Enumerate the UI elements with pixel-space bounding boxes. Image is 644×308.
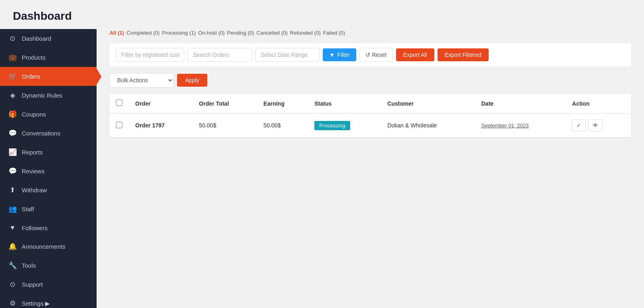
dynamic-rules-icon: ◈ (8, 91, 17, 100)
order-total: 50.00$ (199, 122, 216, 129)
apply-label: Apply (185, 77, 199, 83)
view-order-button[interactable]: 👁 (588, 119, 603, 131)
sidebar-label: Staff (22, 206, 34, 212)
order-name: Order 1797 (135, 122, 165, 129)
bulk-actions-select[interactable]: Bulk Actions (109, 73, 174, 87)
tab-failed[interactable]: Failed (0) (323, 29, 345, 37)
page-title: Dashboard (13, 10, 631, 23)
status-cell: Processing (308, 113, 381, 137)
dashboard-icon: ⊙ (8, 34, 17, 43)
action-buttons: ✓ 👁 (572, 119, 625, 131)
sidebar-item-settings[interactable]: ⚙ Settings ▶ (0, 294, 97, 308)
orders-table: Order Order Total Earning Status Custome… (109, 94, 631, 137)
reviews-icon: 💬 (8, 167, 17, 175)
row-checkbox[interactable] (116, 122, 122, 128)
bulk-actions-bar: Bulk Actions Apply (109, 73, 631, 87)
sidebar-label: Reviews (22, 168, 45, 175)
sidebar-item-products[interactable]: 💼 Products (0, 48, 97, 67)
tab-processing[interactable]: Processing (1) (162, 29, 196, 37)
sidebar-item-reviews[interactable]: 💬 Reviews (0, 162, 97, 181)
order-total-cell: 50.00$ (192, 113, 257, 137)
sidebar-item-reports[interactable]: 📈 Reports (0, 143, 97, 162)
coupons-icon: 🎁 (8, 110, 17, 119)
sidebar: ⊙ Dashboard 💼 Products 🛒 Orders ◈ Dynami… (0, 29, 97, 308)
table-header-row: Order Order Total Earning Status Custome… (109, 94, 631, 113)
filter-bar: ▼ Filter ↺ Reset Export All Export Filte… (109, 43, 631, 67)
reset-icon: ↺ (365, 52, 370, 58)
col-order: Order (129, 94, 192, 113)
filter-label: Filter (337, 52, 350, 58)
customer-cell: Dokan & Wholesale (381, 113, 475, 137)
search-orders-input[interactable] (188, 48, 252, 62)
reset-label: Reset (372, 52, 387, 58)
export-all-button[interactable]: Export All (396, 48, 434, 61)
sidebar-item-support[interactable]: ⊙ Support (0, 275, 97, 294)
row-checkbox-cell (109, 113, 129, 137)
earning-cell: 50.00$ (257, 113, 308, 137)
announcements-icon: 🔔 (8, 242, 17, 251)
sidebar-item-conversations[interactable]: 💬 Conversations (0, 124, 97, 143)
filter-icon: ▼ (329, 52, 335, 58)
apply-button[interactable]: Apply (177, 74, 207, 87)
date-cell: September 01, 2023 (475, 113, 566, 137)
reports-icon: 📈 (8, 148, 17, 156)
export-filtered-button[interactable]: Export Filtered (438, 48, 489, 61)
sidebar-label: Reports (22, 149, 43, 156)
select-all-header (109, 94, 129, 113)
date-range-input[interactable] (255, 48, 320, 62)
table-row: Order 1797 50.00$ 50.00$ Processing Doka… (109, 113, 631, 137)
orders-icon: 🛒 (8, 72, 17, 81)
sidebar-item-coupons[interactable]: 🎁 Coupons (0, 105, 97, 124)
tab-pending[interactable]: Pending (0) (227, 29, 254, 37)
sidebar-item-staff[interactable]: 👥 Staff (0, 200, 97, 219)
sidebar-item-withdraw[interactable]: ⬆ Withdraw (0, 181, 97, 200)
sidebar-label: Announcements (22, 243, 65, 250)
order-name-cell: Order 1797 (129, 113, 192, 137)
sidebar-item-orders[interactable]: 🛒 Orders (0, 67, 97, 86)
complete-order-button[interactable]: ✓ (572, 119, 586, 131)
sidebar-label: Settings ▶ (22, 300, 50, 307)
sidebar-item-dynamic-rules[interactable]: ◈ Dynamic Rules (0, 86, 97, 105)
reset-button[interactable]: ↺ Reset (359, 48, 393, 62)
sidebar-item-followers[interactable]: ♥ Followers (0, 219, 97, 237)
products-icon: 💼 (8, 53, 17, 62)
col-date: Date (475, 94, 566, 113)
sidebar-item-dashboard[interactable]: ⊙ Dashboard (0, 29, 97, 48)
sidebar-label: Products (22, 54, 45, 61)
main-content: All (1) Completed (0) Processing (1) On-… (97, 29, 644, 308)
sidebar-label: Followers (22, 225, 47, 231)
conversations-icon: 💬 (8, 129, 17, 137)
col-status: Status (308, 94, 381, 113)
earning: 50.00$ (264, 122, 281, 129)
sidebar-label: Dashboard (22, 35, 51, 42)
sidebar-label: Withdraw (22, 187, 47, 194)
sidebar-label: Support (22, 281, 43, 288)
settings-icon: ⚙ (8, 299, 17, 308)
tab-refunded[interactable]: Refunded (0) (290, 29, 321, 37)
sidebar-label: Conversations (22, 130, 60, 137)
col-earning: Earning (257, 94, 308, 113)
export-filtered-label: Export Filtered (445, 52, 481, 58)
col-customer: Customer (381, 94, 475, 113)
sidebar-label: Orders (22, 73, 40, 80)
followers-icon: ♥ (8, 224, 17, 232)
status-tabs: All (1) Completed (0) Processing (1) On-… (109, 29, 631, 37)
customer-filter-input[interactable] (116, 48, 184, 62)
sidebar-item-announcements[interactable]: 🔔 Announcements (0, 237, 97, 256)
tab-cancelled[interactable]: Cancelled (0) (256, 29, 287, 37)
action-cell: ✓ 👁 (566, 113, 631, 137)
sidebar-label: Tools (22, 262, 36, 269)
status-badge: Processing (314, 121, 350, 130)
select-all-checkbox[interactable] (116, 100, 122, 106)
col-order-total: Order Total (192, 94, 257, 113)
tab-on-hold[interactable]: On-hold (0) (198, 29, 225, 37)
col-action: Action (566, 94, 631, 113)
tab-all[interactable]: All (1) (109, 29, 124, 37)
tab-completed[interactable]: Completed (0) (126, 29, 159, 37)
filter-button[interactable]: ▼ Filter (323, 48, 356, 61)
support-icon: ⊙ (8, 280, 17, 289)
staff-icon: 👥 (8, 205, 17, 213)
sidebar-item-tools[interactable]: 🔧 Tools (0, 256, 97, 275)
withdraw-icon: ⬆ (8, 186, 17, 194)
sidebar-label: Coupons (22, 111, 46, 118)
